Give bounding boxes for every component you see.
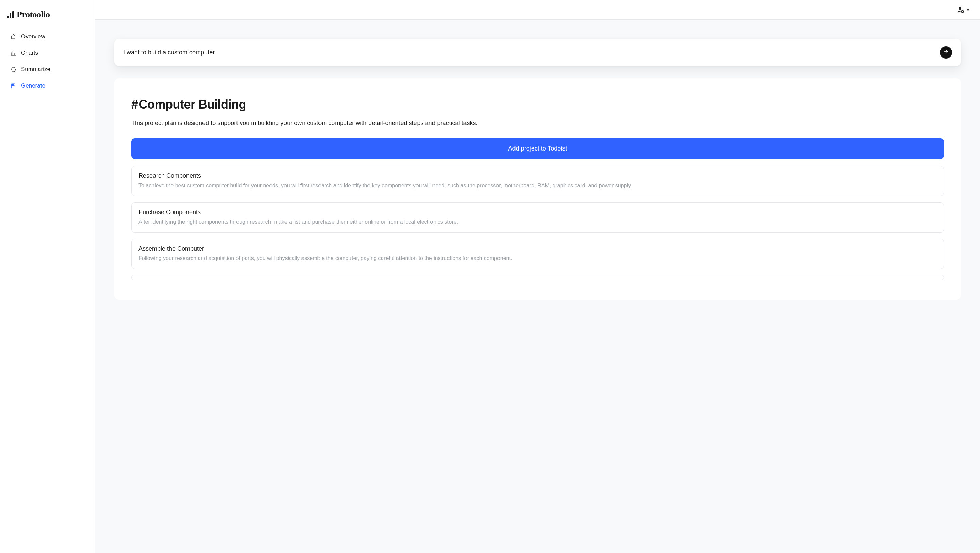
main: #Computer Building This project plan is …	[95, 0, 980, 553]
task-body: Following your research and acquisition …	[138, 254, 937, 263]
task-body: To achieve the best custom computer buil…	[138, 182, 937, 190]
chat-icon	[10, 66, 16, 73]
task-card[interactable]: Research Components To achieve the best …	[131, 166, 944, 196]
brand-name: Protoolio	[17, 10, 50, 20]
task-title: Research Components	[138, 172, 937, 180]
submit-button[interactable]	[940, 46, 952, 59]
user-gear-icon	[957, 6, 964, 14]
bar-chart-icon	[10, 50, 16, 56]
topbar	[95, 0, 980, 20]
sidebar-item-overview[interactable]: Overview	[5, 29, 90, 44]
project-title: #Computer Building	[131, 97, 944, 112]
task-title: Purchase Components	[138, 209, 937, 216]
task-card[interactable]: Assemble the Computer Following your res…	[131, 239, 944, 269]
sidebar-item-label: Generate	[21, 83, 45, 89]
sidebar-item-charts[interactable]: Charts	[5, 46, 90, 61]
chevron-down-icon	[966, 9, 970, 11]
sidebar-item-summarize[interactable]: Summarize	[5, 62, 90, 77]
project-description: This project plan is designed to support…	[131, 118, 944, 128]
task-title: Assemble the Computer	[138, 245, 937, 252]
add-to-todoist-button[interactable]: Add project to Todoist	[131, 138, 944, 159]
result-card: #Computer Building This project plan is …	[115, 78, 961, 300]
content-area: #Computer Building This project plan is …	[95, 20, 980, 553]
flag-icon	[10, 83, 16, 89]
user-menu[interactable]	[957, 6, 970, 14]
home-icon	[10, 34, 16, 40]
prompt-card	[115, 39, 961, 66]
sidebar-item-label: Overview	[21, 33, 45, 40]
prompt-input[interactable]	[123, 49, 940, 56]
brand-logo: Protoolio	[0, 10, 95, 29]
logo-mark-icon	[7, 11, 14, 18]
task-card[interactable]: Purchase Components After identifying th…	[131, 202, 944, 233]
sidebar-nav: Overview Charts Summarize Generate	[0, 29, 95, 93]
arrow-right-icon	[943, 49, 949, 56]
project-title-prefix: #	[131, 97, 138, 112]
task-body: After identifying the right components t…	[138, 218, 937, 226]
sidebar-item-label: Summarize	[21, 66, 50, 73]
sidebar-item-label: Charts	[21, 50, 38, 57]
svg-point-1	[962, 10, 964, 12]
project-title-text: Computer Building	[139, 97, 246, 112]
sidebar-item-generate[interactable]: Generate	[5, 78, 90, 93]
sidebar: Protoolio Overview Charts Summarize	[0, 0, 95, 553]
task-card-partial[interactable]	[131, 275, 944, 280]
svg-point-0	[959, 7, 961, 9]
